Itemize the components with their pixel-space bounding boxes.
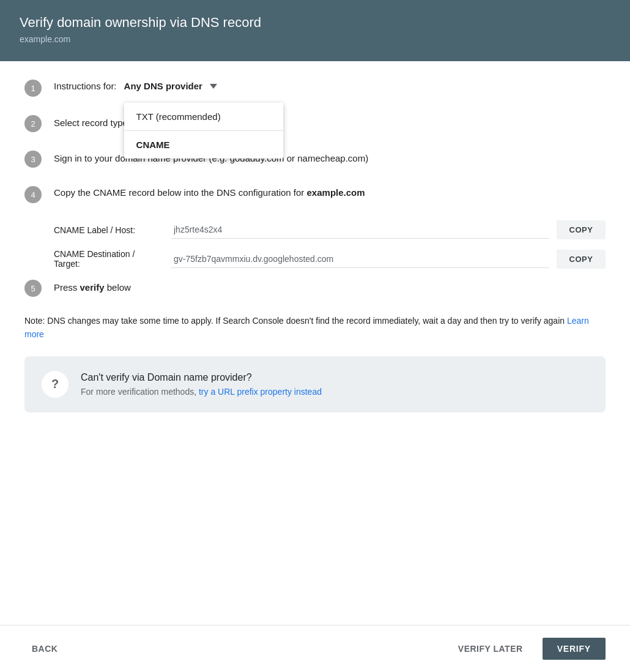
- step-1: 1 Instructions for: Any DNS provider TXT…: [24, 78, 606, 97]
- main-content: 1 Instructions for: Any DNS provider TXT…: [0, 61, 630, 413]
- cname-section: CNAME Label / Host: COPY CNAME Destinati…: [54, 220, 606, 269]
- page-title: Verify domain ownership via DNS record: [20, 15, 610, 31]
- instructions-label: Instructions for:: [54, 81, 117, 91]
- cname-dest-label: CNAME Destination / Target:: [54, 249, 164, 269]
- alt-verify-link[interactable]: try a URL prefix property instead: [199, 387, 322, 397]
- footer: BACK VERIFY LATER VERIFY: [0, 625, 630, 672]
- page-header: Verify domain ownership via DNS record e…: [0, 0, 630, 61]
- note-prefix: Note: DNS changes may take some time to …: [24, 316, 565, 326]
- step-4-domain: example.com: [307, 187, 365, 198]
- step-4-text: Copy the CNAME record below into the DNS…: [54, 187, 606, 198]
- back-button[interactable]: BACK: [24, 639, 65, 659]
- dns-provider-selected: Any DNS provider: [124, 81, 202, 91]
- copy-dest-button[interactable]: COPY: [557, 250, 606, 269]
- step-4-prefix: Copy the CNAME record below into the DNS…: [54, 187, 304, 198]
- note-section: Note: DNS changes may take some time to …: [24, 314, 606, 342]
- step-5-content: Press verify below: [54, 278, 606, 295]
- dropdown-item-txt[interactable]: TXT (recommended): [124, 103, 283, 130]
- step-5-number: 5: [24, 280, 42, 297]
- alt-verify-desc-prefix: For more verification methods,: [81, 387, 196, 397]
- chevron-down-icon: [210, 84, 217, 89]
- verify-button[interactable]: VERIFY: [543, 638, 606, 660]
- dns-provider-dropdown[interactable]: Any DNS provider TXT (recommended) CNAME: [124, 81, 217, 91]
- verify-later-button[interactable]: VERIFY LATER: [451, 639, 530, 659]
- dropdown-item-cname[interactable]: CNAME: [124, 131, 283, 159]
- step-4: 4 Copy the CNAME record below into the D…: [24, 185, 606, 203]
- step-5-prefix: Press: [54, 282, 77, 293]
- dns-dropdown-menu: TXT (recommended) CNAME: [124, 103, 283, 159]
- step-4-content: Copy the CNAME record below into the DNS…: [54, 185, 606, 198]
- cname-label-row: CNAME Label / Host: COPY: [54, 220, 606, 239]
- instructions-row: Instructions for: Any DNS provider TXT (…: [54, 81, 606, 91]
- cname-dest-row: CNAME Destination / Target: COPY: [54, 249, 606, 269]
- cname-label-host-label: CNAME Label / Host:: [54, 225, 164, 235]
- step-2: 2 Select record type: Learn more: [24, 114, 606, 132]
- copy-label-host-button[interactable]: COPY: [557, 220, 606, 239]
- question-circle: ?: [42, 371, 69, 398]
- alt-verify-text: Can't verify via Domain name provider? F…: [81, 372, 588, 397]
- step-4-number: 4: [24, 186, 42, 203]
- cname-dest-label-line1: CNAME Destination /: [54, 249, 164, 259]
- step-1-number: 1: [24, 80, 42, 97]
- page-subtitle: example.com: [20, 34, 610, 44]
- alt-verify-title: Can't verify via Domain name provider?: [81, 372, 588, 383]
- step-1-content: Instructions for: Any DNS provider TXT (…: [54, 78, 606, 91]
- alt-verify-box: ? Can't verify via Domain name provider?…: [24, 356, 606, 413]
- step-5: 5 Press verify below: [24, 278, 606, 297]
- step-3: 3 Sign in to your domain name provider (…: [24, 149, 606, 168]
- cname-label-host-input[interactable]: [171, 221, 549, 239]
- cname-dest-input[interactable]: [171, 250, 549, 268]
- cname-dest-label-line2: Target:: [54, 259, 164, 269]
- record-type-label: Select record type:: [54, 116, 130, 130]
- step-5-suffix: below: [107, 282, 131, 293]
- step-2-number: 2: [24, 115, 42, 132]
- step-3-number: 3: [24, 151, 42, 168]
- step-5-text: Press verify below: [54, 281, 606, 295]
- alt-verify-desc: For more verification methods, try a URL…: [81, 387, 588, 397]
- step-5-bold: verify: [80, 282, 105, 293]
- footer-right: VERIFY LATER VERIFY: [451, 638, 606, 660]
- question-icon: ?: [51, 377, 59, 391]
